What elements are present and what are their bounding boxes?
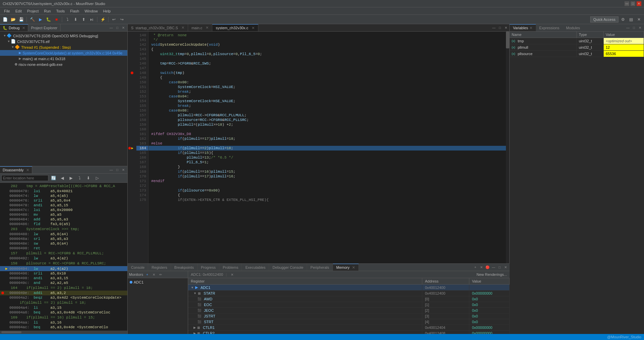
tb-flash-download[interactable]: ⚡ (99, 16, 106, 23)
reg-adc1[interactable]: ▼ ▶ ADC1 0x40012400 (188, 285, 510, 291)
quick-access-button[interactable]: Quick Access (590, 16, 618, 23)
editor-minimize[interactable]: — (491, 25, 497, 31)
tb-step-over[interactable]: ⤵ (64, 16, 71, 23)
bottom-minimize[interactable]: — (491, 265, 496, 270)
vars-close[interactable]: ✕ (637, 25, 643, 31)
tab-progress[interactable]: Progress (198, 264, 219, 271)
close-button[interactable]: ✕ (637, 1, 641, 6)
vars-row-tmp[interactable]: (x) tmp uint32_t <optimized out> (510, 38, 644, 44)
tb-redo[interactable]: ↪ (118, 16, 126, 23)
tb-step-into[interactable]: ⬇ (72, 16, 79, 23)
statr-expand-icon[interactable]: ▼ (194, 292, 197, 295)
ctlr2-expand-icon[interactable]: ▶ (194, 332, 196, 334)
tab-expressions[interactable]: Expressions (536, 24, 563, 31)
tab-problems[interactable]: Problems (219, 264, 242, 271)
vars-maximize[interactable]: □ (631, 25, 637, 31)
location-input[interactable] (1, 175, 48, 181)
disasm-scroll-thumb[interactable] (1, 331, 22, 333)
reg-ctlr1[interactable]: ▶ ▦ CTLR1 0x40012404 0x00000000 (188, 325, 510, 331)
tree-elf[interactable]: ▼ 📄 CH32V307VCT6.elf (0, 39, 127, 44)
bottom-tb3[interactable]: 🔴 (485, 265, 490, 270)
reg-statr[interactable]: ▼ ▦ STATR 0x40012400 0x00000000 (188, 291, 510, 296)
tb-debug[interactable]: 🐛 (45, 16, 52, 23)
panel-maximize[interactable]: □ (115, 25, 120, 31)
tab-project-explorer[interactable]: Project Explorer (28, 24, 60, 31)
tb-open[interactable]: 📂 (9, 16, 17, 23)
disasm-scrollbar[interactable] (0, 331, 127, 334)
tb-stop[interactable]: ■ (53, 16, 60, 23)
disasm-run-to[interactable]: ▷ (93, 174, 101, 182)
reg-jstrt[interactable]: ⬛ JSTRT [3] 0x0 (188, 313, 510, 319)
bottom-tb2[interactable]: ✕ (479, 265, 484, 270)
monitor-add[interactable]: + (144, 272, 150, 277)
tab-main[interactable]: main.c ✕ (188, 24, 212, 31)
reg-awd[interactable]: ⬛ AWD [0] 0x0 (188, 296, 510, 302)
reg-header-close[interactable]: ✕ (229, 272, 235, 277)
ctlr1-expand-icon[interactable]: ▶ (194, 326, 196, 329)
vars-row-pllmull[interactable]: (x) pllmull uint32_t 12 (510, 44, 644, 51)
tb-step-out[interactable]: ⬆ (80, 16, 87, 23)
reg-eoc[interactable]: ⬛ EOC [1] 0x0 (188, 302, 510, 308)
disasm-next[interactable]: ▶ (67, 174, 75, 182)
disasm-content[interactable]: 202 tmp = AHBPrescTable[((RCC->CFGR0 & R… (0, 183, 127, 331)
tb-build[interactable]: 🔨 (29, 16, 36, 23)
adc1-expand-icon[interactable]: ▼ (191, 286, 194, 289)
maximize-button[interactable]: □ (631, 1, 635, 6)
vars-minimize[interactable]: — (625, 25, 631, 31)
menu-project[interactable]: Project (25, 8, 41, 14)
vars-row-pllsource[interactable]: (x) pllsource uint32_t 65536 (510, 51, 644, 57)
menu-flash[interactable]: Flash (68, 8, 82, 14)
tree-arrow-thread[interactable]: ▼ (11, 45, 15, 49)
reg-jeoc[interactable]: ⬛ JEOC [2] 0x0 (188, 308, 510, 313)
tree-arrow-device[interactable]: ▼ (3, 34, 7, 38)
menu-help[interactable]: Help (100, 8, 114, 14)
tab-debugger-console[interactable]: Debugger Console (269, 264, 307, 271)
tab-registers[interactable]: Registers (148, 264, 171, 271)
tab-executables[interactable]: Executables (242, 264, 269, 271)
monitor-remove[interactable]: ✕ (151, 272, 157, 277)
reg-ctlr2[interactable]: ▶ ▦ CTLR2 0x40012408 0x00000000 (188, 331, 510, 334)
tab-close-main[interactable]: ✕ (206, 26, 209, 30)
tb-undo[interactable]: ↩ (110, 16, 118, 23)
tab-modules[interactable]: Modules (563, 24, 584, 31)
tab-variables[interactable]: Variables ✕ (510, 24, 536, 31)
menu-edit[interactable]: Edit (13, 8, 25, 14)
minimize-button[interactable]: — (625, 1, 629, 6)
tb-resume[interactable]: ⏯ (88, 16, 95, 23)
menu-run[interactable]: Run (41, 8, 53, 14)
tree-thread[interactable]: ▼ 🔶 Thread #1 (Suspended : Step) (0, 44, 127, 50)
bottom-tb1[interactable]: + (473, 265, 478, 270)
bottom-close[interactable]: ✕ (503, 265, 508, 270)
monitor-adc1[interactable]: ADC1 (129, 280, 186, 285)
disasm-refresh[interactable]: 🔄 (50, 174, 57, 182)
tab-close-system[interactable]: ✕ (252, 26, 255, 30)
menu-window[interactable]: Window (82, 8, 100, 14)
disasm-maximize[interactable]: □ (115, 167, 120, 173)
tb-layout[interactable]: ▤ (627, 16, 635, 23)
tab-disassembly[interactable]: Disassembly ✕ (0, 166, 32, 173)
monitor-edit[interactable]: ✏ (158, 272, 163, 277)
tb-new[interactable]: 📄 (1, 16, 9, 23)
tree-gdb[interactable]: ▶ ⚙ riscv-none-embed-gdb.exe (0, 61, 127, 67)
tab-close-startup[interactable]: ✕ (181, 26, 184, 30)
tb-close-view[interactable]: ✕ (635, 16, 643, 23)
disasm-minimize[interactable]: — (109, 167, 114, 173)
disasm-prev[interactable]: ◀ (58, 174, 66, 182)
tab-startup[interactable]: S startup_ch32v30x_DBC.S ✕ (128, 24, 188, 31)
disasm-step[interactable]: ⤵ (76, 174, 83, 182)
tb-save[interactable]: 💾 (17, 16, 25, 23)
tab-system[interactable]: system_ch32v30x.c ✕ (212, 24, 258, 31)
editor-close[interactable]: ✕ (503, 25, 509, 31)
register-content[interactable]: ▼ ▶ ADC1 0x40012400 ▼ ▦ STATR (188, 285, 510, 334)
menu-file[interactable]: File (1, 8, 13, 14)
editor-scroll-thumb[interactable] (506, 32, 509, 48)
tree-arrow-elf[interactable]: ▼ (7, 40, 11, 44)
tab-memory[interactable]: Memory ✕ (333, 264, 359, 271)
disasm-close-btn[interactable]: ✕ (121, 167, 126, 173)
bottom-maximize[interactable]: □ (497, 265, 502, 270)
tab-breakpoints[interactable]: Breakpoints (171, 264, 198, 271)
tb-run[interactable]: ▶ (37, 16, 44, 23)
panel-close[interactable]: ✕ (121, 25, 126, 31)
tab-debug[interactable]: 🐛 Debug ✕ (0, 24, 28, 31)
editor-maximize[interactable]: □ (497, 25, 503, 31)
